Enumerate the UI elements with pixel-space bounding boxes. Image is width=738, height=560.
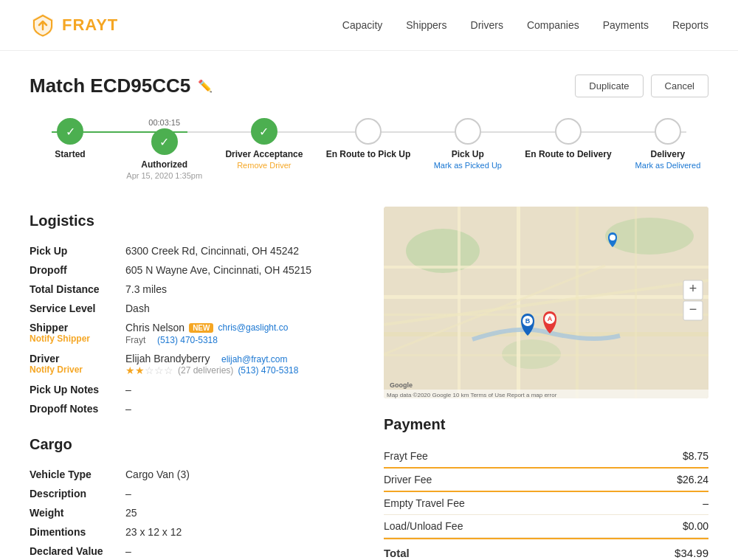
distance-value: 7.3 miles bbox=[125, 280, 360, 299]
distance-row: Total Distance 7.3 miles bbox=[30, 280, 360, 299]
right-column: B A Map data ©2020 Googl bbox=[384, 207, 708, 560]
driver-email[interactable]: elijah@frayt.com bbox=[221, 354, 288, 364]
shipper-name: Chris Nelson bbox=[125, 322, 184, 333]
svg-text:B: B bbox=[525, 317, 531, 325]
description-label: Description bbox=[30, 484, 125, 503]
empty-travel-fee-label: Empty Travel Fee bbox=[384, 497, 465, 509]
frayt-fee-row: Frayt Fee $8.75 bbox=[384, 445, 708, 469]
step-circle-en-route-pickup bbox=[355, 118, 382, 145]
nav-companies[interactable]: Companies bbox=[527, 19, 579, 31]
nav-capacity[interactable]: Capacity bbox=[342, 19, 382, 31]
cargo-section: Cargo Vehicle Type Cargo Van (3) Descrip… bbox=[30, 436, 360, 560]
svg-text:Map data ©2020 Google   10 km : Map data ©2020 Google 10 km Terms of Use… bbox=[387, 392, 557, 398]
page-header: Match ECD95CC5 ✏️ Duplicate Cancel bbox=[30, 75, 708, 97]
load-unload-fee-row: Load/Unload Fee $0.00 bbox=[384, 515, 708, 538]
step-circle-authorized: ✓ bbox=[151, 128, 178, 155]
svg-rect-6 bbox=[384, 266, 708, 269]
cargo-title: Cargo bbox=[30, 436, 360, 453]
load-unload-fee-label: Load/Unload Fee bbox=[384, 520, 463, 532]
driver-value: Elijah Brandyberry elijah@frayt.com ★★☆☆… bbox=[125, 349, 360, 380]
mark-delivered-link[interactable]: Mark as Delivered bbox=[635, 161, 701, 170]
step-label-delivery: Delivery bbox=[651, 149, 686, 159]
step-circle-en-route-delivery bbox=[555, 118, 582, 145]
svg-point-19 bbox=[610, 235, 615, 241]
dropoff-value: 605 N Wayne Ave, Cincinnati, OH 45215 bbox=[125, 260, 360, 280]
description-row: Description – bbox=[30, 484, 360, 503]
step-timer: 00:03:15 bbox=[148, 118, 180, 127]
declared-value-label: Declared Value bbox=[30, 542, 125, 560]
vehicle-type-row: Vehicle Type Cargo Van (3) bbox=[30, 465, 360, 484]
new-badge: NEW bbox=[189, 323, 213, 333]
map-container: B A Map data ©2020 Googl bbox=[384, 207, 708, 398]
step-delivery: Delivery Mark as Delivered bbox=[635, 118, 701, 170]
pickup-value: 6300 Creek Rd, Cincinnati, OH 45242 bbox=[125, 241, 360, 260]
shipper-email[interactable]: chris@gaslight.co bbox=[218, 322, 288, 333]
shipper-company-row: Frayt (513) 470-5318 bbox=[125, 333, 360, 345]
step-label-driver-acceptance: Driver Acceptance bbox=[225, 149, 303, 159]
svg-text:−: − bbox=[689, 302, 697, 317]
driver-phone[interactable]: (513) 470-5318 bbox=[238, 365, 298, 376]
frayt-fee-value: $8.75 bbox=[683, 450, 708, 462]
title-row: Match ECD95CC5 ✏️ bbox=[30, 75, 213, 97]
shipper-row: Shipper Notify Shipper Chris Nelson NEW … bbox=[30, 318, 360, 349]
svg-text:A: A bbox=[548, 315, 553, 322]
nav-payments[interactable]: Payments bbox=[603, 19, 649, 31]
logo-text: FRAYT bbox=[62, 15, 118, 35]
shipper-phone[interactable]: (513) 470-5318 bbox=[157, 335, 218, 345]
nav-shippers[interactable]: Shippers bbox=[406, 19, 446, 31]
duplicate-button[interactable]: Duplicate bbox=[575, 75, 643, 97]
edit-icon[interactable]: ✏️ bbox=[198, 79, 213, 93]
step-label-en-route-pickup: En Route to Pick Up bbox=[326, 149, 411, 159]
empty-travel-fee-value: – bbox=[703, 497, 708, 509]
mark-picked-up-link[interactable]: Mark as Picked Up bbox=[434, 161, 502, 170]
pickup-notes-row: Pick Up Notes – bbox=[30, 380, 360, 399]
cargo-table: Vehicle Type Cargo Van (3) Description –… bbox=[30, 465, 360, 560]
total-label: Total bbox=[384, 547, 410, 559]
dropoff-row: Dropoff 605 N Wayne Ave, Cincinnati, OH … bbox=[30, 260, 360, 280]
nav-reports[interactable]: Reports bbox=[672, 19, 708, 31]
total-row: Total $34.99 bbox=[384, 538, 708, 560]
step-sub-authorized: Apr 15, 2020 1:35pm bbox=[126, 171, 202, 180]
page-content: Match ECD95CC5 ✏️ Duplicate Cancel ✓ Sta… bbox=[0, 51, 738, 560]
left-column: Logistics Pick Up 6300 Creek Rd, Cincinn… bbox=[30, 207, 360, 560]
weight-row: Weight 25 bbox=[30, 503, 360, 522]
payment-section: Payment Frayt Fee $8.75 Driver Fee $26.2… bbox=[384, 416, 708, 560]
dropoff-notes-value: – bbox=[125, 399, 360, 418]
step-circle-delivery bbox=[655, 118, 681, 145]
page-title: Match ECD95CC5 bbox=[30, 75, 190, 97]
driver-fee-label: Driver Fee bbox=[384, 474, 432, 485]
driver-label: Driver Notify Driver bbox=[30, 349, 125, 380]
svg-point-2 bbox=[605, 218, 694, 255]
driver-name: Elijah Brandyberry bbox=[125, 353, 210, 364]
distance-label: Total Distance bbox=[30, 280, 125, 299]
step-authorized: 00:03:15 ✓ Authorized Apr 15, 2020 1:35p… bbox=[126, 118, 202, 180]
nav-drivers[interactable]: Drivers bbox=[471, 19, 503, 31]
notify-driver-link[interactable]: Notify Driver bbox=[30, 364, 125, 375]
dimensions-value: 23 x 12 x 12 bbox=[125, 522, 360, 542]
remove-driver-link[interactable]: Remove Driver bbox=[237, 161, 291, 170]
logistics-table: Pick Up 6300 Creek Rd, Cincinnati, OH 45… bbox=[30, 241, 360, 418]
step-label-en-route-delivery: En Route to Delivery bbox=[525, 149, 611, 159]
payment-title: Payment bbox=[384, 416, 708, 433]
notify-shipper-link[interactable]: Notify Shipper bbox=[30, 333, 125, 344]
map-svg: B A Map data ©2020 Googl bbox=[384, 207, 708, 398]
driver-deliveries: (27 deliveries) bbox=[178, 365, 233, 376]
weight-label: Weight bbox=[30, 503, 125, 522]
step-circle-pickup bbox=[455, 118, 481, 145]
step-en-route-pickup: En Route to Pick Up bbox=[326, 118, 411, 159]
progress-section: ✓ Started 00:03:15 ✓ Authorized Apr 15, … bbox=[30, 118, 708, 180]
service-level-value: Dash bbox=[125, 299, 360, 318]
step-started: ✓ Started bbox=[37, 118, 103, 159]
logo: FRAYT bbox=[30, 12, 118, 38]
step-circle-driver-acceptance: ✓ bbox=[251, 118, 277, 145]
service-level-label: Service Level bbox=[30, 299, 125, 318]
pickup-label: Pick Up bbox=[30, 241, 125, 260]
cancel-button[interactable]: Cancel bbox=[651, 75, 708, 97]
dimensions-row: Dimentions 23 x 12 x 12 bbox=[30, 522, 360, 542]
svg-rect-12 bbox=[635, 207, 637, 398]
driver-fee-row: Driver Fee $26.24 bbox=[384, 469, 708, 492]
header: FRAYT Capacity Shippers Drivers Companie… bbox=[0, 0, 738, 51]
dropoff-label: Dropoff bbox=[30, 260, 125, 280]
svg-rect-9 bbox=[458, 207, 461, 398]
pickup-row: Pick Up 6300 Creek Rd, Cincinnati, OH 45… bbox=[30, 241, 360, 260]
